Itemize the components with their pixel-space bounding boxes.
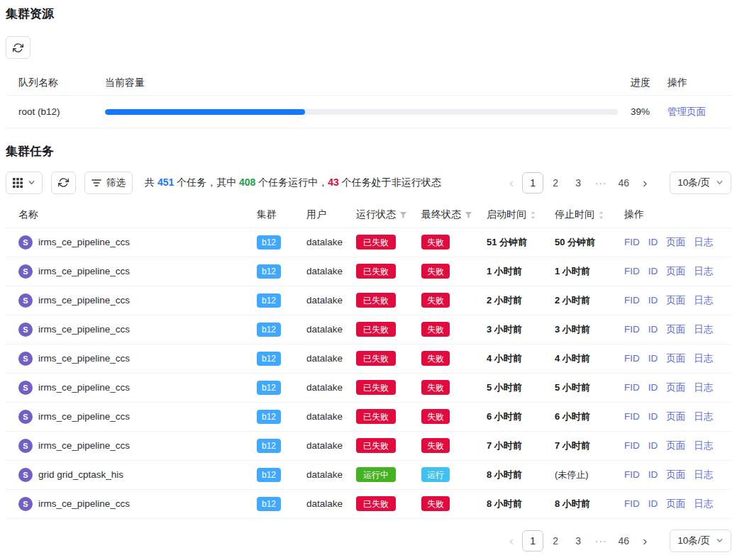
row-action-link[interactable]: ID [648, 324, 658, 335]
row-action-link[interactable]: ID [648, 440, 658, 451]
row-action-link[interactable]: 页面 [666, 323, 685, 336]
task-avatar: S [18, 439, 33, 453]
row-action-link[interactable]: FID [624, 469, 640, 480]
stop-time: 50 分钟前 [555, 236, 624, 249]
run-status-badge: 已失败 [356, 235, 396, 250]
sort-icon[interactable] [598, 211, 604, 220]
row-action-link[interactable]: ID [648, 382, 658, 393]
tasks-section-title: 集群任务 [6, 145, 731, 159]
pagination-next-icon[interactable]: › [636, 530, 654, 551]
page-size-label: 10条/页 [677, 177, 710, 189]
row-action-link[interactable]: FID [624, 411, 640, 422]
pagination-page[interactable]: 46 [613, 530, 634, 551]
stop-time: 1 小时前 [555, 265, 624, 278]
pagination-prev-icon[interactable]: ‹ [502, 530, 521, 551]
row-action-link[interactable]: ID [648, 498, 658, 509]
footer-pagination-bar: ‹123···46› 10条/页 [6, 530, 731, 552]
row-action-link[interactable]: ID [648, 353, 658, 364]
final-status-badge: 失败 [421, 380, 450, 395]
row-action-link[interactable]: 页面 [666, 498, 685, 510]
pagination-area: ‹123···46› 10条/页 [502, 172, 731, 194]
start-time: 7 小时前 [487, 439, 555, 452]
capacity-progress-fill [105, 109, 305, 115]
task-row: S irms_ce_pipeline_ccs b12 datalake 已失败 … [6, 257, 731, 286]
row-action-link[interactable]: 日志 [694, 265, 713, 278]
filter-button-label: 筛选 [106, 177, 126, 189]
pagination: ‹123···46› [502, 172, 654, 194]
row-action-link[interactable]: ID [648, 266, 658, 276]
pagination-page[interactable]: 3 [567, 172, 589, 194]
row-action-link[interactable]: 日志 [694, 469, 713, 481]
row-actions: FIDID页面日志 [624, 498, 726, 510]
column-header-user: 用户 [306, 208, 356, 221]
stop-time: 5 小时前 [555, 381, 624, 394]
refresh-icon [13, 43, 23, 53]
stop-time: 4 小时前 [555, 352, 624, 365]
row-actions: FIDID页面日志 [624, 439, 726, 452]
manage-page-link[interactable]: 管理页面 [667, 106, 706, 117]
page-size-label: 10条/页 [677, 534, 710, 547]
row-action-link[interactable]: FID [624, 498, 640, 509]
task-name: irms_ce_pipeline_ccs [38, 411, 130, 422]
tasks-toolbar: 筛选 共 451 个任务，其中 408 个任务运行中，43 个任务处于非运行状态… [6, 172, 731, 194]
column-header-stop-time: 停止时间 [555, 208, 624, 221]
task-avatar: S [18, 381, 33, 395]
row-action-link[interactable]: FID [624, 382, 640, 393]
pagination-page[interactable]: 3 [567, 530, 589, 551]
pagination-next-icon[interactable]: › [636, 172, 654, 194]
row-action-link[interactable]: 页面 [666, 265, 685, 278]
task-avatar: S [18, 323, 33, 337]
row-action-link[interactable]: FID [624, 324, 640, 335]
layout-menu-button[interactable] [6, 172, 43, 194]
task-avatar: S [18, 264, 33, 279]
refresh-icon [58, 177, 69, 188]
row-action-link[interactable]: 日志 [694, 381, 713, 394]
row-action-link[interactable]: 页面 [666, 469, 685, 481]
row-action-link[interactable]: 日志 [694, 352, 713, 365]
filter-button[interactable]: 筛选 [84, 172, 133, 194]
pagination-page[interactable]: 2 [545, 172, 566, 194]
row-action-link[interactable]: 页面 [666, 352, 685, 365]
final-status-badge: 运行 [421, 467, 450, 482]
start-time: 5 小时前 [487, 381, 555, 394]
row-action-link[interactable]: 页面 [666, 439, 685, 452]
pagination-prev-icon[interactable]: ‹ [502, 172, 521, 194]
page-size-select[interactable]: 10条/页 [670, 530, 731, 552]
summary-segment: 43 [328, 177, 339, 188]
column-label: 队列名称 [18, 77, 58, 89]
row-action-link[interactable]: 页面 [666, 381, 685, 394]
pagination-page[interactable]: 1 [522, 172, 543, 194]
row-action-link[interactable]: 页面 [666, 294, 685, 307]
row-action-link[interactable]: ID [648, 411, 658, 422]
row-action-link[interactable]: ID [648, 295, 658, 306]
filter-icon[interactable] [465, 211, 472, 219]
row-action-link[interactable]: FID [624, 237, 640, 247]
row-action-link[interactable]: ID [648, 237, 658, 247]
row-action-link[interactable]: 日志 [694, 236, 713, 249]
row-action-link[interactable]: FID [624, 266, 640, 276]
row-action-link[interactable]: 日志 [694, 410, 713, 423]
row-action-link[interactable]: 日志 [694, 498, 713, 510]
sort-icon[interactable] [530, 211, 536, 220]
filter-icon[interactable] [399, 211, 407, 219]
final-status-badge: 失败 [421, 235, 450, 250]
row-action-link[interactable]: 页面 [666, 236, 685, 249]
pagination-page[interactable]: 1 [522, 530, 543, 551]
row-action-link[interactable]: 日志 [694, 439, 713, 452]
row-action-link[interactable]: FID [624, 440, 640, 451]
stop-time: 6 小时前 [555, 410, 624, 423]
row-action-link[interactable]: 页面 [666, 410, 685, 423]
row-action-link[interactable]: ID [648, 469, 658, 480]
pagination-page[interactable]: 46 [613, 172, 634, 194]
task-row: S irms_ce_pipeline_ccs b12 datalake 已失败 … [6, 315, 731, 345]
row-action-link[interactable]: FID [624, 353, 640, 364]
row-action-link[interactable]: 日志 [694, 294, 713, 307]
row-action-link[interactable]: 日志 [694, 323, 713, 336]
resources-refresh-button[interactable] [6, 36, 31, 59]
tasks-refresh-button[interactable] [51, 172, 76, 194]
page-size-select[interactable]: 10条/页 [670, 172, 731, 194]
column-label: 操作 [624, 208, 644, 221]
row-action-link[interactable]: FID [624, 295, 640, 306]
row-actions: FIDID页面日志 [624, 323, 726, 336]
pagination-page[interactable]: 2 [545, 530, 566, 551]
